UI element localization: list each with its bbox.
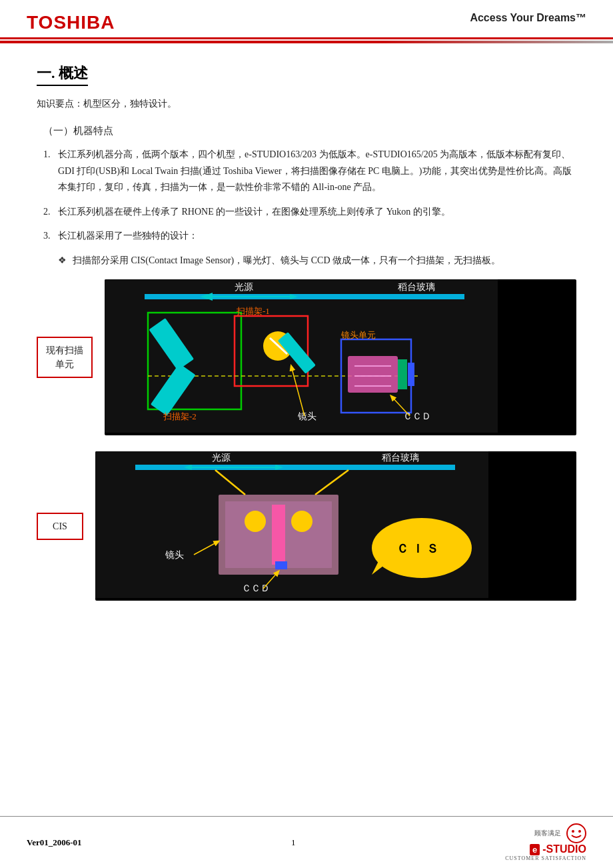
svg-point-54 bbox=[578, 830, 581, 833]
svg-rect-21 bbox=[398, 359, 407, 389]
svg-rect-42 bbox=[275, 561, 287, 569]
list-num-3: 3. bbox=[43, 228, 58, 245]
diagram-1: 光源 稻台玻璃 bbox=[105, 279, 576, 435]
list-item: 2. 长江系列机器在硬件上传承了 RHONE 的一些设计，在图像处理系统上则传承… bbox=[43, 204, 576, 221]
svg-text:光源: 光源 bbox=[235, 282, 253, 292]
svg-text:光源: 光源 bbox=[212, 453, 231, 463]
diagram-label-1: 现有扫描 单元 bbox=[37, 337, 93, 378]
list-text-2: 长江系列机器在硬件上传承了 RHONE 的一些设计，在图像处理系统上则传承了 Y… bbox=[58, 204, 576, 221]
svg-text:Ｃ Ｉ Ｓ: Ｃ Ｉ Ｓ bbox=[396, 542, 438, 555]
svg-point-52 bbox=[567, 824, 586, 843]
diagram-2: 光源 稻台玻璃 镜头 bbox=[95, 451, 576, 601]
footer-version: Ver01_2006-01 bbox=[27, 837, 82, 848]
svg-text:稻台玻璃: 稻台玻璃 bbox=[382, 453, 419, 463]
svg-text:镜头单元: 镜头单元 bbox=[340, 330, 376, 340]
list-text-3: 长江机器采用了一些独特的设计： bbox=[58, 228, 576, 245]
main-content: 一. 概述 知识要点：机型区分，独特设计。 （一）机器特点 1. 长江系列机器分… bbox=[0, 43, 613, 643]
list-item: 3. 长江机器采用了一些独特的设计： bbox=[43, 228, 576, 245]
svg-point-53 bbox=[572, 830, 574, 833]
sub-section-title: （一）机器特点 bbox=[43, 125, 576, 137]
diagram-row-1: 现有扫描 单元 bbox=[37, 279, 576, 435]
svg-text:扫描架-2: 扫描架-2 bbox=[163, 411, 197, 421]
satisfaction-label: 顾客满足 bbox=[534, 829, 561, 838]
svg-point-39 bbox=[245, 511, 266, 532]
e-prefix: e bbox=[530, 844, 540, 855]
diagram-row-2: CIS 光源 稻台玻璃 bbox=[37, 451, 576, 601]
bullet-symbol: ❖ bbox=[58, 253, 73, 269]
page-footer: Ver01_2006-01 1 顾客满足 e -STUDIO CUSTOMER … bbox=[0, 816, 613, 868]
list-num-1: 1. bbox=[43, 147, 58, 196]
footer-logo-area: 顾客满足 e -STUDIO CUSTOMER SATISFACTION bbox=[505, 823, 586, 861]
diagram-svg-2: 光源 稻台玻璃 镜头 bbox=[95, 451, 488, 598]
footer-page: 1 bbox=[291, 837, 296, 848]
list-container: 1. 长江系列机器分高，低两个版本，四个机型，e-STUDIO163/203 为… bbox=[43, 147, 576, 269]
svg-rect-41 bbox=[272, 505, 285, 565]
diagram-svg-1: 光源 稻台玻璃 bbox=[105, 279, 498, 433]
svg-rect-22 bbox=[408, 363, 414, 386]
estudio-text: -STUDIO bbox=[542, 843, 586, 855]
svg-text:镜头: 镜头 bbox=[297, 411, 316, 421]
bullet-text: 扫描部分采用 CIS(Contact Image Sensor)，曝光灯、镜头与… bbox=[73, 253, 576, 269]
toshiba-logo: TOSHIBA bbox=[27, 12, 115, 37]
list-item: 1. 长江系列机器分高，低两个版本，四个机型，e-STUDIO163/203 为… bbox=[43, 147, 576, 196]
svg-rect-1 bbox=[145, 294, 464, 299]
svg-text:稻台玻璃: 稻台玻璃 bbox=[398, 282, 435, 292]
svg-text:ＣＣＤ: ＣＣＤ bbox=[242, 583, 270, 593]
tagline: Access Your Dreams™ bbox=[470, 12, 586, 28]
section-title: 一. 概述 bbox=[37, 63, 88, 86]
svg-rect-17 bbox=[348, 356, 398, 393]
customer-satisfaction-label: CUSTOMER SATISFACTION bbox=[505, 855, 586, 861]
sub-bullet: ❖ 扫描部分采用 CIS(Contact Image Sensor)，曝光灯、镜… bbox=[58, 253, 576, 269]
estudio-badge: e -STUDIO bbox=[530, 843, 586, 855]
svg-rect-31 bbox=[135, 465, 455, 470]
svg-text:扫描架-1: 扫描架-1 bbox=[236, 306, 270, 316]
satisfaction-icon bbox=[566, 823, 586, 843]
list-num-2: 2. bbox=[43, 204, 58, 221]
list-text-1: 长江系列机器分高，低两个版本，四个机型，e-STUDIO163/203 为低版本… bbox=[58, 147, 576, 196]
svg-text:镜头: 镜头 bbox=[165, 550, 184, 560]
svg-point-40 bbox=[291, 511, 312, 532]
page-header: TOSHIBA Access Your Dreams™ bbox=[0, 0, 613, 39]
diagram-label-2: CIS bbox=[37, 513, 83, 540]
knowledge-point: 知识要点：机型区分，独特设计。 bbox=[37, 98, 576, 110]
